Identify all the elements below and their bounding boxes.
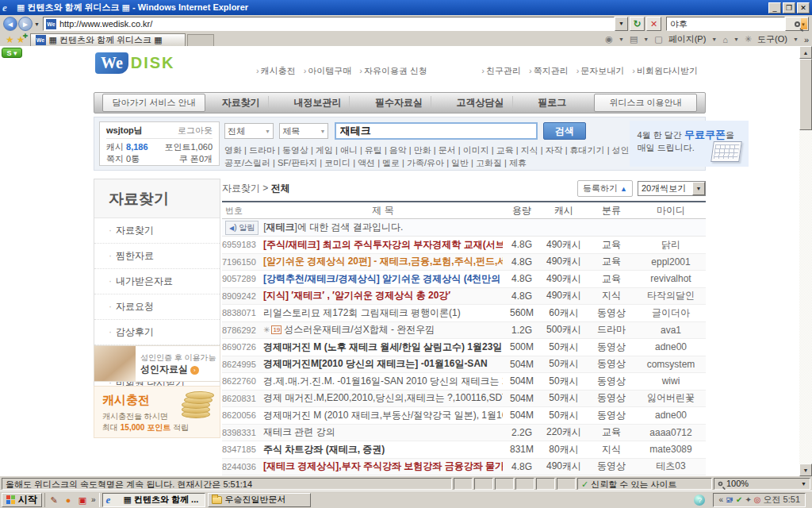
header-link[interactable]: ›문자보내기 [576, 66, 625, 75]
sidebar-item[interactable]: ·자료요청 [94, 294, 220, 320]
row-category[interactable]: 지식 [587, 289, 636, 302]
history-dropdown-icon[interactable]: ▼ [34, 21, 40, 27]
toolbar-overflow[interactable]: » [804, 35, 809, 44]
page-menu[interactable]: 페이지(P) [668, 33, 707, 45]
nav-item[interactable]: 자료찾기 [214, 96, 269, 110]
page-dropdown-icon[interactable]: ▼ [711, 37, 717, 42]
wedisk-guide-button[interactable]: 위디스크 이용안내 [594, 94, 697, 112]
taskbar-item-ie[interactable]: e ▦ 컨텐츠와 함께 ... [102, 493, 205, 507]
field-select[interactable]: 제목▼ [279, 123, 328, 139]
search-go-button[interactable]: ▼ [785, 17, 809, 31]
quick-launch-overflow-icon[interactable]: » [91, 495, 96, 504]
row-category[interactable]: 지식 [587, 443, 636, 456]
scrollbar-thumb[interactable] [799, 59, 812, 130]
help-balloon-icon[interactable]: ? [694, 495, 705, 506]
favorites-icon[interactable]: ★ [6, 34, 14, 45]
tray-antivirus-icon[interactable]: ✔ [736, 495, 742, 506]
row-category[interactable]: 동영상 [587, 460, 636, 473]
search-button[interactable]: 검색 [543, 122, 586, 140]
forward-button[interactable]: ► [18, 17, 33, 31]
print-dropdown-icon[interactable]: ▼ [643, 37, 649, 42]
row-title-link[interactable]: 주식 차트강좌 (재테크, 증권) [263, 444, 385, 455]
row-uploader[interactable]: 글이더아 [636, 306, 706, 320]
scope-select[interactable]: 전체▼ [224, 123, 274, 139]
add-favorite-icon[interactable]: ★✚ [17, 34, 25, 45]
row-uploader[interactable]: adne00 [636, 410, 706, 421]
row-category[interactable]: 교육 [587, 425, 636, 439]
header-link[interactable]: ›자유이용권 신청 [359, 66, 427, 75]
row-category[interactable]: 동영상 [587, 375, 636, 388]
coupon-promo-banner[interactable]: 4월 한 달간 무료쿠폰을 매일 드립니다. [630, 121, 749, 167]
quick-launch-icon-2[interactable]: ● [63, 495, 74, 506]
row-uploader[interactable]: 잃어버린꽃 [636, 391, 706, 405]
home-icon[interactable]: ⌂ [722, 35, 728, 44]
row-title-link[interactable]: 재테크 관련 강의 [263, 426, 335, 437]
toolbar-overlay-badge[interactable]: S ▾ [2, 48, 22, 58]
vertical-scrollbar[interactable]: ▲ ▼ [799, 46, 812, 476]
row-title-link[interactable]: [지식] ′재테크′ , ′알기쉬운 경제상식 총 20강′ [263, 290, 450, 301]
sidebar-item[interactable]: ·내가받은자료 [94, 269, 220, 294]
row-title-link[interactable]: 리얼스토리묘 제172회 그림재테크 평행이론(1) [263, 307, 461, 318]
tools-dropdown-icon[interactable]: ▼ [793, 37, 799, 42]
url-field[interactable]: We http://www.wedisk.co.kr/ [43, 17, 615, 31]
rss-dropdown-icon[interactable]: ▼ [619, 37, 624, 42]
row-title-link[interactable]: 경.제.매.거.진.M. -01월16일-SAN 2010 당신의 재테크는 1… [263, 375, 503, 387]
row-uploader[interactable]: 닭리 [636, 238, 706, 252]
start-button[interactable]: 시작 [2, 493, 42, 507]
row-category[interactable]: 동영상 [587, 391, 636, 405]
row-category[interactable]: 동영상 [587, 306, 636, 320]
scroll-down-arrow[interactable]: ▼ [799, 464, 812, 476]
row-category[interactable]: 동영상 [587, 341, 636, 354]
scroll-up-arrow[interactable]: ▲ [799, 46, 812, 59]
row-uploader[interactable]: 타작의달인 [636, 289, 706, 302]
row-title-link[interactable]: 경제매거진M[2010 당신의 재테크는] -01월16일-SAN [263, 358, 488, 369]
row-uploader[interactable]: ava1 [636, 325, 706, 336]
register-button[interactable]: 등록하기 ▲ [577, 180, 633, 197]
sidebar-item[interactable]: ·찜한자료 [94, 244, 220, 269]
sidebar-item[interactable]: ·감상후기 [94, 320, 220, 345]
row-uploader[interactable]: eppl2001 [636, 256, 706, 267]
web-search-input[interactable]: 야후 [666, 17, 785, 31]
row-title-link[interactable]: 성스러운재테크/성X합체 - 완전우낌 [284, 324, 435, 335]
row-title-link[interactable]: 경제매거진 M (노후 재테크 월세/한일 살림고수) 1월23일 방송 [263, 341, 503, 352]
category-links-row2[interactable]: 공포/스릴러 | SF/판타지 | 코미디 | 액션 | 멜로 | 가족/유아 … [224, 156, 630, 169]
row-uploader[interactable]: 테츠03 [636, 460, 706, 473]
row-category[interactable]: 교육 [587, 238, 636, 252]
restore-button[interactable]: ❐ [783, 2, 795, 13]
nav-item[interactable]: 필로그 [530, 96, 574, 110]
url-dropdown-button[interactable]: ▼ [615, 17, 628, 31]
wedisk-logo[interactable]: We DISK [95, 52, 175, 74]
row-category[interactable]: 동영상 [587, 409, 636, 422]
close-button[interactable]: ✕ [797, 2, 810, 13]
category-links-row1[interactable]: 영화 | 드라마 | 동영상 | 게임 | 애니 | 유틸 | 음악 | 만화 … [224, 144, 630, 156]
header-link[interactable]: ›친구관리 [481, 66, 521, 75]
row-title-link[interactable]: [재테크 경제상식],부자 주식강좌 보험강좌 금융강좌 물가강좌 [263, 460, 503, 471]
row-title-link[interactable]: 경제 매거진.M,E200,2010,당신의,재테크는 ?,100116,SDT… [263, 392, 503, 403]
per-page-select[interactable]: 20개씩보기 ▼ [638, 181, 706, 196]
header-link[interactable]: ›아이템구매 [304, 66, 352, 75]
nav-item[interactable]: 내정보관리 [285, 96, 350, 110]
row-category[interactable]: 교육 [587, 255, 636, 268]
header-link[interactable]: ›비회원다시받기 [632, 66, 698, 75]
row-title-link[interactable]: [알기쉬운 경제상식 20편] - 재테크,금융,보험,주식,펀드,세..(1) [263, 256, 503, 267]
back-button[interactable]: ◄ [3, 17, 17, 31]
nav-item[interactable]: 필수자료실 [367, 96, 431, 110]
quick-launch-icon-1[interactable]: ✎ [48, 495, 59, 506]
minimize-button[interactable]: _ [768, 2, 781, 13]
stop-button[interactable]: ✕ [646, 17, 661, 31]
search-input[interactable] [335, 122, 538, 140]
row-uploader[interactable]: wiwi [636, 375, 706, 387]
tray-expand-icon[interactable]: « [718, 495, 723, 506]
tray-update-icon[interactable]: ◎ [754, 495, 761, 506]
row-uploader[interactable]: aaaa0712 [636, 427, 706, 438]
rss-icon[interactable]: ◉ [605, 34, 613, 44]
search-options-icon[interactable]: ▼ [801, 18, 807, 29]
home-dropdown-icon[interactable]: ▼ [733, 37, 739, 42]
row-category[interactable]: 교육 [587, 272, 636, 286]
header-link[interactable]: ›쪽지관리 [529, 66, 569, 75]
adult-room-banner[interactable]: 성인인증 후 이용가능 성인자료실 › [94, 345, 220, 382]
taskbar-item-folder[interactable]: 우승진일반문서 [208, 493, 311, 507]
logout-link[interactable]: 로그아웃 [178, 125, 213, 137]
row-category[interactable]: 동영상 [587, 357, 636, 371]
nav-item[interactable]: 고객상담실 [449, 96, 513, 110]
